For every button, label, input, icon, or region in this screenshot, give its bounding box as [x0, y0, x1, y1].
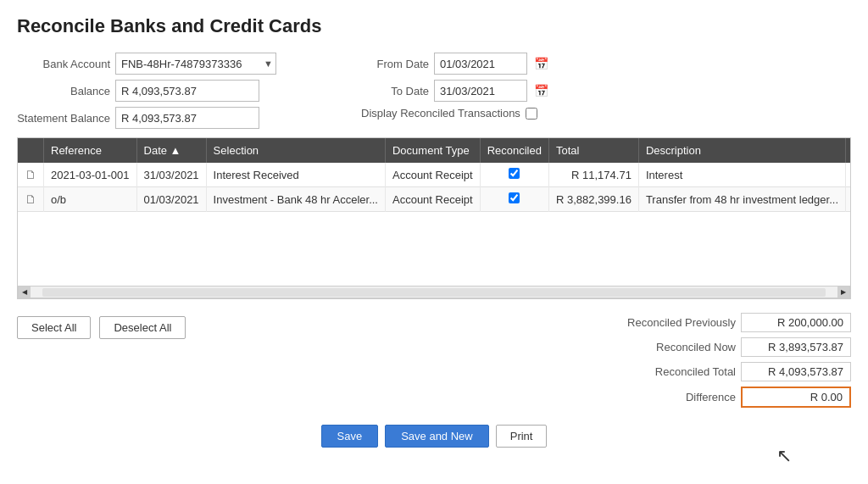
balance-label: Balance: [17, 85, 110, 97]
row-doc-icon: 🗋: [18, 187, 44, 212]
col-total: Total: [548, 138, 638, 163]
transactions-table-container: Reference Date ▲ Selection Document Type…: [17, 137, 851, 299]
row-cust-supp-ref: [846, 187, 850, 212]
from-date-input[interactable]: [434, 53, 527, 75]
col-document-type: Document Type: [385, 138, 480, 163]
reconciled-previously-value: R 200,000.00: [741, 313, 851, 332]
row-total: R 11,174.71: [548, 163, 638, 187]
display-reconciled-label: Display Reconciled Transactions: [361, 107, 520, 120]
scroll-left-icon[interactable]: ◀: [19, 287, 31, 298]
to-date-calendar-icon[interactable]: 📅: [534, 84, 548, 97]
row-date: 31/03/2021: [136, 163, 206, 187]
reconciled-now-row: Reconciled Now R 3,893,573.87: [600, 337, 851, 357]
table-row: 🗋 o/b 01/03/2021 Investment - Bank 48 hr…: [18, 187, 850, 212]
statement-balance-label: Statement Balance: [17, 112, 110, 125]
from-date-label: From Date: [361, 58, 429, 70]
action-buttons-area: Save Save and New Print: [17, 425, 851, 448]
select-all-button[interactable]: Select All: [17, 316, 91, 339]
col-date[interactable]: Date ▲: [136, 138, 206, 163]
row-document-type: Account Receipt: [385, 163, 480, 187]
reconciled-total-value: R 4,093,573.87: [741, 362, 851, 381]
main-page: Reconcile Banks and Credit Cards Bank Ac…: [0, 0, 868, 484]
row-reference: 2021-03-01-001: [44, 163, 137, 187]
scrollbar-track[interactable]: [42, 288, 826, 297]
from-date-row: From Date 📅: [361, 53, 548, 75]
row-date: 01/03/2021: [136, 187, 206, 212]
select-buttons-area: Select All Deselect All: [17, 313, 186, 339]
display-reconciled-checkbox[interactable]: [526, 108, 537, 120]
form-left: Bank Account FNB-48Hr-74879373336 ▼ Bala…: [17, 53, 276, 129]
bank-account-label: Bank Account: [17, 58, 110, 70]
page-title: Reconcile Banks and Credit Cards: [17, 15, 851, 37]
col-cust-supp-ref: Cust/Supp Ref.: [846, 138, 850, 163]
deselect-all-button[interactable]: Deselect All: [99, 316, 186, 339]
col-reconciled: Reconciled: [480, 138, 548, 163]
row-reference: o/b: [44, 187, 137, 212]
transactions-table: Reference Date ▲ Selection Document Type…: [18, 138, 850, 212]
balance-input[interactable]: [115, 80, 259, 102]
table-row: 🗋 2021-03-01-001 31/03/2021 Interest Rec…: [18, 163, 850, 187]
reconciled-previously-label: Reconciled Previously: [600, 316, 736, 329]
form-right: From Date 📅 To Date 📅 Display Reconciled…: [361, 53, 548, 129]
bank-account-row: Bank Account FNB-48Hr-74879373336 ▼: [17, 53, 276, 75]
to-date-label: To Date: [361, 85, 429, 97]
row-doc-icon: 🗋: [18, 163, 44, 187]
row-description: Transfer from 48 hr investment ledger...: [638, 187, 845, 212]
table-header: Reference Date ▲ Selection Document Type…: [18, 138, 850, 163]
statement-balance-input[interactable]: [115, 107, 259, 129]
scroll-right-icon[interactable]: ▶: [837, 287, 849, 298]
row-reconciled[interactable]: [480, 163, 548, 187]
save-button[interactable]: Save: [321, 425, 379, 448]
difference-row: Difference R 0.00: [600, 387, 851, 408]
bank-account-dropdown-wrapper[interactable]: FNB-48Hr-74879373336 ▼: [115, 53, 276, 75]
from-date-calendar-icon[interactable]: 📅: [534, 57, 548, 70]
col-icon: [18, 138, 44, 163]
col-selection: Selection: [206, 138, 385, 163]
difference-value: R 0.00: [741, 387, 851, 408]
bottom-area: Select All Deselect All Reconciled Previ…: [17, 313, 851, 408]
row-selection: Interest Received: [206, 163, 385, 187]
row-cust-supp-ref: [846, 163, 850, 187]
reconciled-now-value: R 3,893,573.87: [741, 337, 851, 357]
row-selection: Investment - Bank 48 hr Acceler...: [206, 187, 385, 212]
table-body: 🗋 2021-03-01-001 31/03/2021 Interest Rec…: [18, 163, 850, 212]
col-description: Description: [638, 138, 845, 163]
statement-balance-row: Statement Balance: [17, 107, 276, 129]
row-total: R 3,882,399.16: [548, 187, 638, 212]
row-description: Interest: [638, 163, 845, 187]
reconciled-total-row: Reconciled Total R 4,093,573.87: [600, 362, 851, 381]
reconciled-now-label: Reconciled Now: [600, 341, 736, 353]
form-area: Bank Account FNB-48Hr-74879373336 ▼ Bala…: [17, 53, 851, 129]
summary-area: Reconciled Previously R 200,000.00 Recon…: [600, 313, 851, 408]
reconciled-total-label: Reconciled Total: [600, 365, 736, 378]
to-date-input[interactable]: [434, 80, 527, 102]
balance-row: Balance: [17, 80, 276, 102]
bank-account-select[interactable]: FNB-48Hr-74879373336: [115, 53, 276, 75]
row-reconciled[interactable]: [480, 187, 548, 212]
horizontal-scrollbar[interactable]: ◀ ▶: [18, 287, 850, 298]
reconciled-previously-row: Reconciled Previously R 200,000.00: [600, 313, 851, 332]
table-scroll-area[interactable]: Reference Date ▲ Selection Document Type…: [18, 138, 850, 287]
cursor-icon: ↖: [776, 445, 792, 467]
difference-label: Difference: [600, 391, 736, 403]
print-button[interactable]: Print: [496, 425, 548, 448]
row-document-type: Account Receipt: [385, 187, 480, 212]
save-and-new-button[interactable]: Save and New: [385, 425, 489, 448]
display-reconciled-row: Display Reconciled Transactions: [361, 107, 548, 120]
col-reference: Reference: [44, 138, 137, 163]
to-date-row: To Date 📅: [361, 80, 548, 102]
